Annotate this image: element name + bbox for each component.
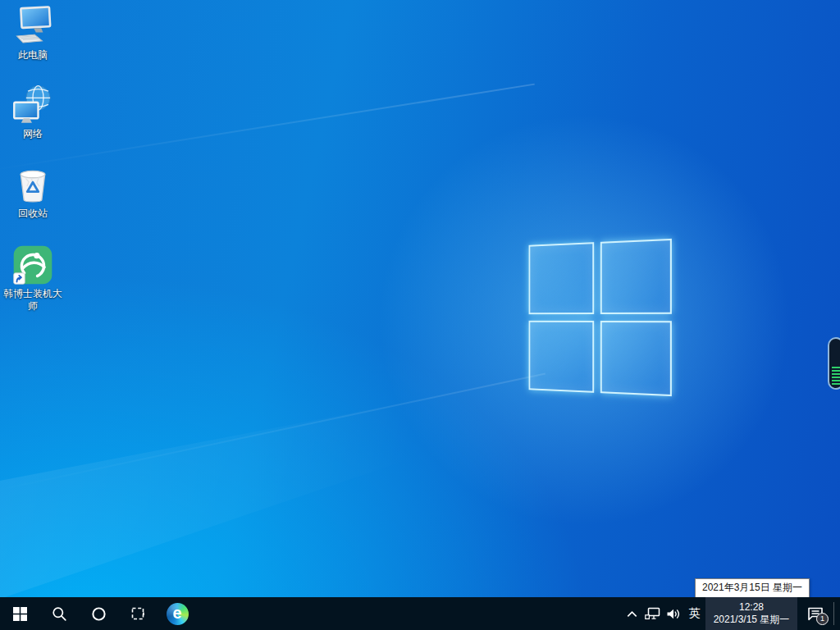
desktop-icon-network[interactable]: 网络 — [1, 84, 65, 140]
speaker-volume-icon — [666, 608, 681, 620]
taskbar-clock[interactable]: 12:28 2021/3/15 星期一 — [705, 597, 797, 630]
wallpaper — [0, 0, 840, 597]
cortana-button[interactable] — [79, 597, 118, 630]
system-tray: 英 12:28 2021/3/15 星期一 1 — [622, 597, 840, 630]
shortcut-arrow-icon — [14, 273, 25, 285]
desktop-icon-label: 韩博士装机大师 — [1, 288, 65, 313]
task-view-button[interactable] — [118, 597, 158, 630]
windows-logo-pane — [529, 242, 595, 314]
start-button[interactable] — [0, 597, 39, 630]
search-icon — [52, 606, 67, 622]
desktop-icon-label: 此电脑 — [1, 49, 65, 62]
chevron-up-icon — [627, 610, 637, 618]
light-beam — [0, 84, 535, 172]
network-tray-button[interactable] — [642, 597, 663, 630]
windows-start-icon — [13, 607, 27, 621]
clock-time: 12:28 — [739, 601, 764, 614]
windows-logo-pane — [529, 321, 595, 393]
light-wedge — [0, 353, 574, 597]
windows-logo-pane — [600, 321, 672, 396]
date-tooltip: 2021年3月15日 星期一 — [695, 578, 810, 598]
task-view-icon — [130, 606, 145, 621]
this-pc-icon — [11, 5, 54, 48]
windows-logo-pane — [600, 239, 672, 314]
recycle-bin-icon — [11, 163, 54, 206]
edge-browser-button[interactable]: e — [158, 597, 197, 630]
network-icon — [11, 84, 54, 126]
show-desktop-button[interactable] — [834, 597, 840, 630]
windows-logo-icon — [529, 239, 672, 396]
desktop-icon-label: 网络 — [1, 128, 65, 140]
desktop-icon-label: 回收站 — [1, 208, 65, 220]
volume-level-indicator — [828, 337, 840, 390]
hanboshi-installer-icon — [11, 244, 54, 286]
volume-level-segments — [832, 367, 840, 385]
windows-desktop: 此电脑 网络 回收站 — [0, 0, 840, 630]
notification-badge: 1 — [816, 613, 829, 625]
edge-browser-icon: e — [167, 603, 189, 625]
input-language-indicator[interactable]: 英 — [683, 597, 705, 630]
taskbar: e 英 — [0, 597, 840, 630]
action-center-button[interactable]: 1 — [797, 597, 833, 630]
search-button[interactable] — [39, 597, 79, 630]
network-ethernet-icon — [645, 607, 660, 620]
clock-date: 2021/3/15 星期一 — [714, 614, 790, 626]
desktop-icon-this-pc[interactable]: 此电脑 — [1, 5, 65, 62]
tray-expand-button[interactable] — [622, 597, 642, 630]
cortana-ring-icon — [91, 606, 107, 622]
desktop-icon-recycle-bin[interactable]: 回收站 — [1, 163, 65, 220]
volume-tray-button[interactable] — [663, 597, 683, 630]
desktop-icon-hanboshi-installer[interactable]: 韩博士装机大师 — [1, 244, 65, 313]
